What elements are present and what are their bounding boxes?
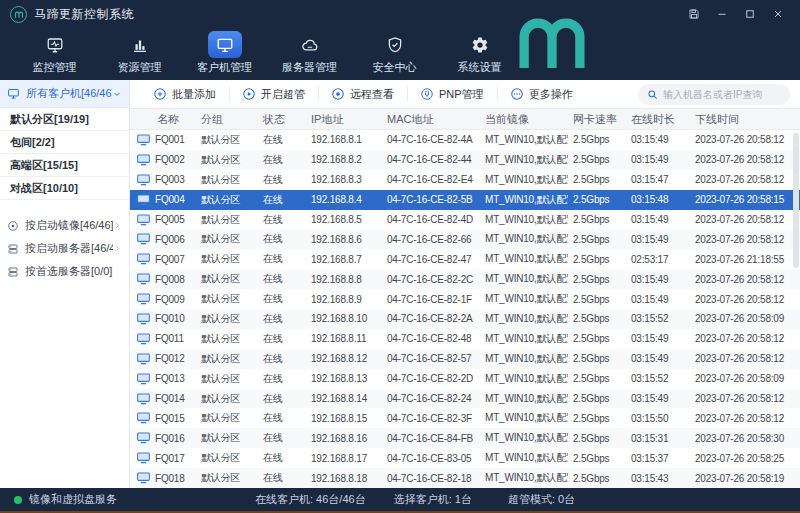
nav-item-label: 服务器管理 <box>282 60 337 75</box>
client-name-cell: FQ004 <box>130 194 196 206</box>
cell-image: MT_WIN10,默认配置... <box>480 372 568 386</box>
cell-status: 在线 <box>258 372 306 386</box>
table-row[interactable]: FQ007默认分区在线192.168.8.704-7C-16-CE-82-47M… <box>130 249 800 269</box>
cell-uptime: 03:15:49 <box>626 134 690 145</box>
cell-status: 在线 <box>258 411 306 425</box>
cell-group: 默认分区 <box>196 411 258 425</box>
table-row[interactable]: FQ012默认分区在线192.168.8.1204-7C-16-CE-82-57… <box>130 349 800 369</box>
sidebar-partition-item[interactable]: 默认分区[19/19] <box>0 108 129 131</box>
computer-icon <box>137 393 150 405</box>
remote-view-button[interactable]: 远程查看 <box>318 80 407 108</box>
cell-group: 默认分区 <box>196 193 258 207</box>
cell-uptime: 03:15:49 <box>626 393 690 404</box>
cell-image: MT_WIN10,默认配置... <box>480 312 568 326</box>
table-row[interactable]: FQ011默认分区在线192.168.8.1104-7C-16-CE-82-48… <box>130 329 800 349</box>
cell-uptime: 03:15:49 <box>626 154 690 165</box>
sidebar-partition-item[interactable]: 对战区[10/10] <box>0 177 129 200</box>
column-header-offline[interactable]: 下线时间 <box>690 112 800 127</box>
column-header-group[interactable]: 分组 <box>196 112 258 127</box>
cell-status: 在线 <box>258 451 306 465</box>
cell-nic: 2.5Gbps <box>568 254 626 265</box>
cell-status: 在线 <box>258 232 306 246</box>
table-row[interactable]: FQ017默认分区在线192.168.8.1704-7C-16-CE-83-05… <box>130 448 800 468</box>
table-row[interactable]: FQ001默认分区在线192.168.8.104-7C-16-CE-82-4AM… <box>130 130 800 150</box>
column-header-uptime[interactable]: 在线时长 <box>626 112 690 127</box>
table-body: FQ001默认分区在线192.168.8.104-7C-16-CE-82-4AM… <box>130 130 800 488</box>
sidebar-partition-item[interactable]: 包间[2/2] <box>0 131 129 154</box>
table-row[interactable]: FQ005默认分区在线192.168.8.504-7C-16-CE-82-4DM… <box>130 210 800 230</box>
more-actions-button[interactable]: 更多操作 <box>497 80 586 108</box>
sidebar-root-label: 所有客户机[46/46] <box>26 86 112 101</box>
titlebar: 马蹄更新控制系统 <box>0 0 800 28</box>
column-header-nic[interactable]: 网卡速率 <box>568 112 626 127</box>
cell-ip: 192.168.8.15 <box>306 413 382 424</box>
sidebar-group-label: 按启动镜像[46/46] <box>25 218 113 233</box>
table-row[interactable]: FQ018默认分区在线192.168.8.1804-7C-16-CE-82-18… <box>130 468 800 488</box>
cell-group: 默认分区 <box>196 173 258 187</box>
computer-icon <box>137 452 150 464</box>
column-header-status[interactable]: 状态 <box>258 112 306 127</box>
table-scrollbar[interactable] <box>793 133 799 268</box>
selected-clients-count: 选择客户机: 1台 <box>394 492 472 507</box>
nav-item-resource[interactable]: 资源管理 <box>97 31 182 75</box>
nav-item-security[interactable]: 安全中心 <box>352 31 437 75</box>
nav-item-monitor[interactable]: 监控管理 <box>12 31 97 75</box>
batch-add-button[interactable]: 批量添加 <box>140 80 229 108</box>
nav-item-client[interactable]: 客户机管理 <box>182 31 267 75</box>
cell-mac: 04-7C-16-CE-82-44 <box>382 154 480 165</box>
table-row[interactable]: FQ006默认分区在线192.168.8.604-7C-16-CE-82-66M… <box>130 229 800 249</box>
cell-nic: 2.5Gbps <box>568 373 626 384</box>
cell-image: MT_WIN10,默认配置... <box>480 272 568 286</box>
cell-nic: 2.5Gbps <box>568 214 626 225</box>
server-box-icon <box>7 266 20 278</box>
cell-uptime: 03:15:37 <box>626 453 690 464</box>
sidebar-group-by-boot-server[interactable]: 按启动服务器[46/46] <box>0 237 129 260</box>
cell-image: MT_WIN10,默认配置... <box>480 451 568 465</box>
sidebar-group-by-boot-image[interactable]: 按启动镜像[46/46] <box>0 214 129 237</box>
enable-super-admin-button[interactable]: 开启超管 <box>229 80 318 108</box>
toolbar-button-label: 更多操作 <box>529 87 573 102</box>
maximize-button[interactable] <box>738 4 762 24</box>
column-header-name[interactable]: 名称 <box>130 112 196 127</box>
cell-group: 默认分区 <box>196 451 258 465</box>
table-row[interactable]: FQ002默认分区在线192.168.8.204-7C-16-CE-82-44M… <box>130 150 800 170</box>
nav-item-label: 系统设置 <box>458 60 502 75</box>
table-row[interactable]: FQ010默认分区在线192.168.8.1004-7C-16-CE-82-2A… <box>130 309 800 329</box>
cell-offline: 2023-07-26 20:58:12 <box>690 413 800 424</box>
cell-offline: 2023-07-26 20:58:30 <box>690 433 800 444</box>
table-row[interactable]: FQ003默认分区在线192.168.8.304-7C-16-CE-82-E4M… <box>130 170 800 190</box>
nav-item-server[interactable]: 服务器管理 <box>267 31 352 75</box>
search-box[interactable] <box>638 84 790 105</box>
cell-uptime: 03:15:49 <box>626 234 690 245</box>
cell-nic: 2.5Gbps <box>568 433 626 444</box>
column-header-image[interactable]: 当前镜像 <box>480 112 568 127</box>
table-row[interactable]: FQ016默认分区在线192.168.8.1604-7C-16-CE-84-FB… <box>130 428 800 448</box>
column-header-mac[interactable]: MAC地址 <box>382 112 480 127</box>
sidebar-item-all-clients[interactable]: 所有客户机[46/46] <box>0 80 129 108</box>
cell-ip: 192.168.8.2 <box>306 154 382 165</box>
nav-item-label: 监控管理 <box>33 60 77 75</box>
pnp-manage-button[interactable]: PNP管理 <box>407 80 497 108</box>
cell-offline: 2023-07-26 20:58:09 <box>690 373 800 384</box>
search-input[interactable] <box>663 89 781 100</box>
close-button[interactable] <box>766 4 790 24</box>
cell-status: 在线 <box>258 352 306 366</box>
table-row[interactable]: FQ015默认分区在线192.168.8.1504-7C-16-CE-82-3F… <box>130 408 800 428</box>
cell-image: MT_WIN10,默认配置... <box>480 153 568 167</box>
sidebar-partition-item[interactable]: 高端区[15/15] <box>0 154 129 177</box>
cell-group: 默认分区 <box>196 471 258 485</box>
table-row[interactable]: FQ008默认分区在线192.168.8.804-7C-16-CE-82-2CM… <box>130 269 800 289</box>
table-row[interactable]: FQ004默认分区在线192.168.8.404-7C-16-CE-82-5BM… <box>130 190 800 210</box>
cell-group: 默认分区 <box>196 332 258 346</box>
save-icon[interactable] <box>682 4 706 24</box>
client-name: FQ004 <box>155 194 185 205</box>
table-row[interactable]: FQ009默认分区在线192.168.8.904-7C-16-CE-82-1FM… <box>130 289 800 309</box>
minimize-button[interactable] <box>710 4 734 24</box>
sidebar-group-by-preferred-server[interactable]: 按首选服务器[0/0] <box>0 260 129 283</box>
table-row[interactable]: FQ013默认分区在线192.168.8.1304-7C-16-CE-82-2D… <box>130 369 800 389</box>
column-header-ip[interactable]: IP地址 <box>306 112 382 127</box>
more-icon <box>510 87 524 101</box>
statusbar: 镜像和虚拟盘服务 在线客户机: 46台/46台 选择客户机: 1台 超管模式: … <box>0 488 800 511</box>
table-row[interactable]: FQ014默认分区在线192.168.8.1404-7C-16-CE-82-24… <box>130 389 800 409</box>
nav-item-settings[interactable]: 系统设置 <box>437 31 522 75</box>
